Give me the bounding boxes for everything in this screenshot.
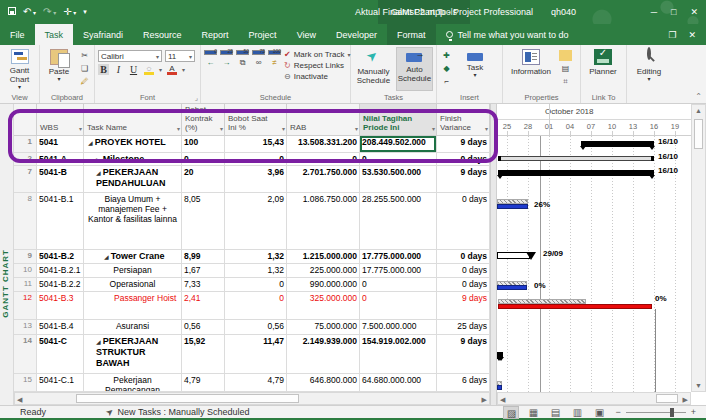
- cell-bobot-saat-ini[interactable]: 1,32: [225, 264, 287, 278]
- gantt-horizontal-scrollbar[interactable]: ◀ ▶: [497, 392, 691, 405]
- table-row-11[interactable]: 115041-B.2.2Operasional7,330990.000.0000…: [14, 278, 490, 292]
- cell-bobot-kontrak[interactable]: 8,05: [182, 193, 225, 250]
- cell-bobot-kontrak[interactable]: 8,99: [182, 250, 225, 264]
- italic-button[interactable]: I: [113, 64, 124, 75]
- summary-bar[interactable]: [581, 141, 654, 147]
- maximize-button[interactable]: □: [671, 0, 676, 24]
- cell-rab[interactable]: 1.086.750.000: [287, 193, 360, 250]
- cell-finish-variance[interactable]: 25 days: [437, 320, 490, 335]
- collapse-triangle-icon[interactable]: ▷: [96, 157, 101, 163]
- summary-bar[interactable]: [498, 170, 654, 176]
- cell-finish-variance[interactable]: 6 days: [437, 374, 490, 392]
- account-name[interactable]: qh040: [551, 0, 576, 24]
- cell-bobot-saat-ini[interactable]: 0: [225, 278, 287, 292]
- zoom-in-icon[interactable]: +: [691, 407, 696, 417]
- cell-rab[interactable]: 75.000.000: [287, 320, 360, 335]
- gantt-timescale[interactable]: October 2018 252801040710131619: [497, 104, 691, 136]
- cell-nilai-tagihan[interactable]: 0: [360, 278, 437, 292]
- cell-bobot-saat-ini[interactable]: 0: [225, 292, 287, 320]
- deliverable-icon[interactable]: ⌐: [440, 76, 453, 87]
- gantt-scroll-left-icon[interactable]: ◀: [500, 396, 505, 404]
- gantt-vertical-scrollbar[interactable]: ▲ ▼: [691, 104, 706, 392]
- copy-icon[interactable]: ❏: [78, 63, 91, 74]
- restore-window-icon[interactable]: ❐: [668, 30, 676, 40]
- row-number[interactable]: 10: [14, 264, 37, 278]
- filter-dropdown-icon[interactable]: ▾: [177, 126, 180, 133]
- column-header-nilai-tagihan-priode-ini[interactable]: Nilai Tagihan Priode Ini▾: [360, 104, 437, 136]
- cell-nilai-tagihan[interactable]: 64.680.000.000: [360, 374, 437, 392]
- bold-button[interactable]: B: [98, 64, 109, 75]
- collapse-ribbon-icon[interactable]: ⌃: [695, 92, 702, 101]
- auto-schedule-button[interactable]: Auto Schedule: [396, 47, 433, 91]
- cell-task-name[interactable]: Biaya Umum + manajemen Fee + Kantor & fa…: [84, 193, 182, 250]
- table-scroll-right-icon[interactable]: ▶: [482, 396, 487, 404]
- 25-percent-button[interactable]: 25: [220, 50, 233, 55]
- cell-task-name[interactable]: ◢PROYEK HOTEL: [84, 136, 182, 153]
- table-row-9[interactable]: 95041-B.2◢Tower Crane8,991,321.215.000.0…: [14, 250, 490, 264]
- expand-triangle-icon[interactable]: ◢: [96, 170, 101, 176]
- table-row-7[interactable]: 75041-B◢PEKERJAAN PENDAHULUAN203,962.701…: [14, 166, 490, 193]
- cell-finish-variance[interactable]: 9 days: [437, 335, 490, 374]
- tab-project[interactable]: Project: [239, 24, 287, 45]
- cell-task-name[interactable]: Pekerjaan Pemancangan: [84, 374, 182, 392]
- cell-rab[interactable]: 646.800.000: [287, 374, 360, 392]
- 75-percent-button[interactable]: 75: [252, 50, 265, 55]
- report-shortcut-icon[interactable]: ▣: [591, 406, 607, 419]
- cell-task-name[interactable]: Operasional: [84, 278, 182, 292]
- split-task-icon[interactable]: ⧉: [236, 57, 249, 68]
- indent-icon[interactable]: →: [220, 57, 233, 68]
- notes-icon[interactable]: [559, 50, 572, 61]
- cell-wbs[interactable]: 5041-C: [37, 335, 84, 374]
- table-gantt-splitter[interactable]: [490, 104, 497, 405]
- gantt-chart-area[interactable]: 16/1016/1016/1026%29/090%0%: [497, 136, 691, 392]
- cell-finish-variance[interactable]: 9 days: [437, 136, 490, 153]
- select-all-corner[interactable]: [14, 104, 37, 136]
- cell-bobot-kontrak[interactable]: 100: [182, 136, 225, 153]
- cell-bobot-kontrak[interactable]: 20: [182, 166, 225, 193]
- row-number[interactable]: 11: [14, 278, 37, 292]
- inactivate-button[interactable]: ⊖Inactivate: [284, 72, 350, 81]
- filter-dropdown-icon[interactable]: ▾: [220, 126, 223, 133]
- task-progress-bar[interactable]: [497, 199, 528, 209]
- redo-button[interactable]: ↷ ▾: [43, 0, 56, 25]
- cell-bobot-kontrak[interactable]: 1,67: [182, 264, 225, 278]
- filter-dropdown-icon[interactable]: ▾: [485, 126, 488, 133]
- outdent-icon[interactable]: ←: [204, 57, 217, 68]
- cell-bobot-saat-ini[interactable]: 15,43: [225, 136, 287, 153]
- tab-format[interactable]: Format: [387, 24, 436, 45]
- filter-dropdown-icon[interactable]: ▾: [79, 126, 82, 133]
- planner-button[interactable]: Planner: [584, 47, 622, 91]
- expand-triangle-icon[interactable]: ◢: [88, 140, 93, 146]
- gantt-chart-view-button[interactable]: Gantt Chart▾: [3, 47, 36, 91]
- cell-wbs[interactable]: 5041-B.1: [37, 193, 84, 250]
- table-row-2[interactable]: 25041-A▷Milestone00000 days: [14, 153, 490, 166]
- details-icon[interactable]: ▤: [559, 63, 572, 74]
- cell-wbs[interactable]: 5041-B.2.1: [37, 264, 84, 278]
- tell-me-box[interactable]: Tell me what you want to do: [436, 24, 579, 45]
- underline-button[interactable]: U: [128, 64, 139, 75]
- cell-finish-variance[interactable]: 0 days: [437, 250, 490, 264]
- expand-triangle-icon[interactable]: ◢: [96, 339, 101, 345]
- cell-wbs[interactable]: 5041-B.3: [37, 292, 84, 320]
- cell-task-name[interactable]: Asuransi: [84, 320, 182, 335]
- font-dialog-launcher-icon[interactable]: ⌟: [195, 94, 198, 102]
- cell-bobot-saat-ini[interactable]: 3,96: [225, 166, 287, 193]
- cell-nilai-tagihan[interactable]: 154.919.002.000: [360, 335, 437, 374]
- cell-bobot-saat-ini[interactable]: 0,56: [225, 320, 287, 335]
- row-number[interactable]: 1: [14, 136, 37, 153]
- summary-task-icon[interactable]: ✚: [440, 50, 453, 61]
- cell-bobot-kontrak[interactable]: 2,41: [182, 292, 225, 320]
- cell-rab[interactable]: 1.215.000.000: [287, 250, 360, 264]
- task-progress-bar[interactable]: [497, 281, 527, 290]
- critical-task-bar[interactable]: [498, 299, 652, 309]
- gantt-scroll-right-icon[interactable]: ▶: [683, 396, 688, 404]
- table-horizontal-scrollbar[interactable]: ◀ ▶: [14, 392, 490, 405]
- summary-bar[interactable]: [498, 156, 654, 161]
- scroll-down-icon[interactable]: ▼: [692, 382, 705, 389]
- task-progress-bar[interactable]: [497, 381, 502, 390]
- column-header-wbs[interactable]: WBS▾: [37, 104, 84, 136]
- undo-button[interactable]: ↶ ▾: [23, 0, 36, 25]
- paste-button[interactable]: Paste▾: [43, 47, 75, 91]
- close-window-icon[interactable]: ✕: [688, 30, 696, 40]
- column-header-rab[interactable]: RAB▾: [287, 104, 360, 136]
